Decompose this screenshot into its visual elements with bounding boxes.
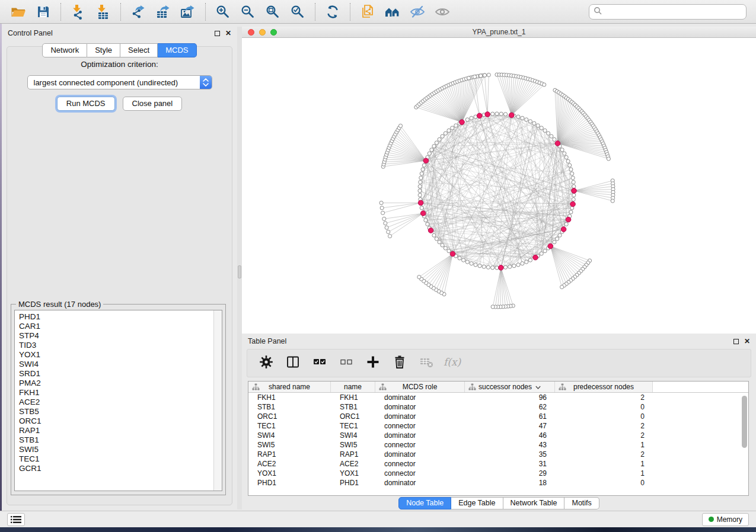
close-window-icon[interactable] [248,29,254,36]
result-list-item[interactable]: GCR1 [19,464,213,473]
search-box[interactable] [589,4,747,20]
result-list-item[interactable]: SRD1 [19,369,213,379]
result-list-item[interactable]: ACE2 [19,398,213,407]
deselect-all-button[interactable] [339,356,353,370]
memory-button[interactable]: Memory [702,513,749,526]
criterion-dropdown[interactable]: largest connected component (undirected) [27,75,212,89]
table-row-YOX1[interactable]: YOX1YOX1connector291 [248,469,740,478]
delete-icon [393,355,407,371]
table-row-FKH1[interactable]: FKH1FKH1dominator962 [248,393,740,402]
delete-button[interactable] [393,356,407,370]
import-network-button[interactable] [66,2,91,22]
import-table-button[interactable] [91,2,116,22]
toolbar-separator [60,3,61,21]
table-row-SWI4[interactable]: SWI4SWI4dominator462 [248,431,740,440]
columns-button[interactable] [286,356,300,370]
save-button[interactable] [31,2,56,22]
result-list-item[interactable]: PHD1 [19,312,213,322]
column-header-shared-name[interactable]: shared name [248,382,331,392]
tab-network-table[interactable]: Network Table [503,497,565,509]
tab-style[interactable]: Style [87,43,120,57]
show-all-button[interactable] [430,2,455,22]
result-list-item[interactable]: TEC1 [19,454,213,464]
close-panel-button[interactable]: Close panel [123,97,183,111]
search-input[interactable] [605,8,742,16]
column-header-successor-nodes[interactable]: successor nodes [465,382,555,392]
cell: ACE2 [331,460,375,468]
mcds-result-listbox[interactable]: PHD1CAR1STP4TID3YOX1SWI4SRD1PMA2FKH1ACE2… [14,310,222,491]
tab-mcds[interactable]: MCDS [158,43,196,57]
task-history-button[interactable] [7,513,25,526]
toolbar-group [62,0,119,24]
column-header-predecessor-nodes[interactable]: predecessor nodes [555,382,653,392]
first-neighbors-button[interactable] [380,2,405,22]
splitter-grip[interactable] [238,265,241,278]
select-all-button[interactable] [312,356,327,370]
table-scrollbar[interactable] [742,396,747,448]
result-list-item[interactable]: STB5 [19,407,213,416]
export-network-button[interactable] [126,2,151,22]
cell: 18 [465,479,555,487]
table-row-PHD1[interactable]: PHD1PHD1dominator180 [248,478,740,488]
node-table[interactable]: shared namenameMCDS rolesuccessor nodesp… [248,381,749,496]
zoom-selected-button[interactable] [285,2,310,22]
table-row-STB1[interactable]: STB1STB1dominator620 [248,402,740,412]
result-list-item[interactable]: PMA2 [19,379,213,388]
table-row-SWI5[interactable]: SWI5SWI5connector431 [248,440,740,450]
result-list-item[interactable]: STB1 [19,435,213,445]
result-list-item[interactable]: SWI5 [19,445,213,454]
add-button[interactable] [366,356,380,370]
network-graph[interactable] [242,38,756,334]
network-window-titlebar[interactable]: YPA_prune.txt_1 [242,27,756,38]
result-list-item[interactable]: RAP1 [19,426,213,435]
float-table-panel-icon[interactable] [733,339,739,344]
close-panel-icon[interactable]: ✕ [225,31,231,36]
result-list-item[interactable]: FKH1 [19,388,213,398]
save-icon [36,4,51,20]
show-all-icon [435,4,450,20]
list-icon [11,515,21,524]
result-list-item[interactable]: ORC1 [19,416,213,426]
tab-network[interactable]: Network [42,43,87,57]
export-table-button[interactable] [151,2,176,22]
panel-splitter[interactable] [237,27,242,509]
cell: ACE2 [248,460,331,468]
cell: 2 [555,422,653,430]
result-list-item[interactable]: STP4 [19,331,213,341]
duplicate-network-button[interactable] [355,2,380,22]
tab-edge-table[interactable]: Edge Table [451,497,503,509]
column-header-name[interactable]: name [331,382,375,392]
refresh-button[interactable] [320,2,345,22]
table-row-ORC1[interactable]: ORC1ORC1dominator610 [248,412,740,421]
table-row-TEC1[interactable]: TEC1TEC1connector472 [248,421,740,431]
tab-motifs[interactable]: Motifs [564,497,599,509]
result-list-item[interactable]: SWI4 [19,360,213,369]
zoom-in-button[interactable] [210,2,235,22]
refresh-icon [325,4,340,20]
run-mcds-button[interactable]: Run MCDS [57,97,115,111]
column-header-MCDS-role[interactable]: MCDS role [375,382,465,392]
network-canvas[interactable] [242,38,756,334]
table-row-RAP1[interactable]: RAP1RAP1dominator352 [248,450,740,459]
close-table-panel-icon[interactable]: ✕ [744,339,750,344]
tab-select[interactable]: Select [120,43,158,57]
result-list-item[interactable]: TID3 [19,341,213,350]
cell: 29 [465,469,555,477]
float-panel-icon[interactable] [215,31,220,36]
maximize-window-icon[interactable] [270,29,277,36]
export-image-button[interactable] [176,2,200,22]
tab-node-table[interactable]: Node Table [398,497,451,509]
cell: PHD1 [248,479,331,487]
hide-selected-button[interactable] [405,2,430,22]
zoom-fit-button[interactable] [260,2,285,22]
result-list-item[interactable]: CAR1 [19,322,213,331]
result-list-item[interactable]: YOX1 [19,350,213,360]
open-button[interactable] [6,2,31,22]
cell: FKH1 [248,393,331,402]
minimize-window-icon[interactable] [259,29,266,36]
zoom-out-button[interactable] [235,2,260,22]
result-list-scrollbar[interactable] [213,310,222,491]
gear-button[interactable] [259,356,273,370]
table-row-ACE2[interactable]: ACE2ACE2connector311 [248,459,740,469]
cell: 1 [555,441,653,449]
